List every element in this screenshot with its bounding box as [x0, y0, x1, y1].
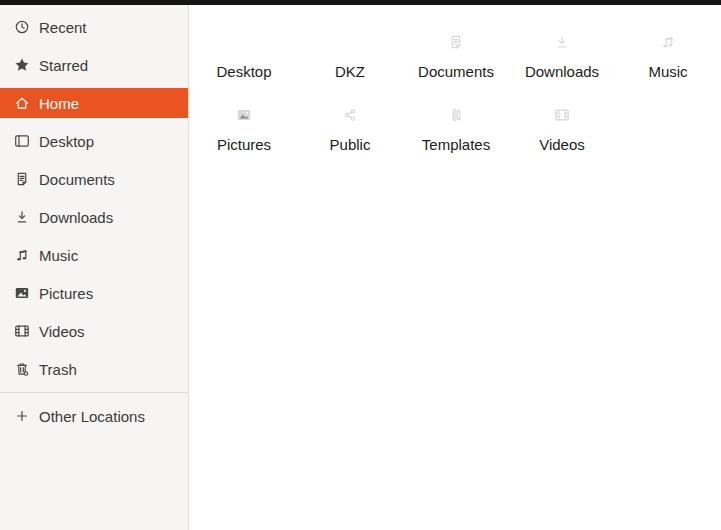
sidebar-item-label: Trash — [39, 361, 77, 378]
download-icon — [14, 209, 30, 225]
music-icon — [14, 247, 30, 263]
sidebar-item-label: Pictures — [39, 285, 93, 302]
video-emblem-icon — [556, 110, 568, 120]
folder-icon — [431, 15, 481, 61]
image-emblem-icon — [238, 110, 250, 120]
folder-icon — [643, 15, 693, 61]
file-label: Downloads — [525, 64, 599, 81]
sidebar-divider — [0, 392, 188, 393]
plus-icon — [14, 408, 30, 424]
desktop-thumbnail-icon — [219, 15, 269, 61]
file-label: Documents — [418, 64, 494, 81]
sidebar-item-label: Downloads — [39, 209, 113, 226]
sidebar-item-music[interactable]: Music — [0, 240, 188, 270]
folder-icon — [537, 88, 587, 134]
folder-icon — [325, 15, 375, 61]
sidebar-item-label: Other Locations — [39, 408, 145, 425]
desktop-icon — [14, 133, 30, 149]
sidebar-item-desktop[interactable]: Desktop — [0, 126, 188, 156]
download-emblem-icon — [558, 37, 565, 47]
file-downloads[interactable]: Downloads — [509, 15, 615, 88]
file-label: DKZ — [335, 64, 365, 81]
file-label: Music — [648, 64, 687, 81]
file-desktop[interactable]: Desktop — [191, 15, 297, 88]
sidebar-item-videos[interactable]: Videos — [0, 316, 188, 346]
file-music[interactable]: Music — [615, 15, 721, 88]
file-label: Public — [330, 137, 371, 154]
home-icon — [14, 95, 30, 111]
sidebar-item-trash[interactable]: Trash — [0, 354, 188, 384]
sidebar-item-other-locations[interactable]: Other Locations — [0, 401, 188, 431]
sidebar-item-starred[interactable]: Starred — [0, 50, 188, 80]
file-label: Desktop — [216, 64, 271, 81]
document-emblem-icon — [452, 36, 459, 47]
template-emblem-icon — [453, 110, 460, 121]
trash-icon — [14, 361, 30, 377]
sidebar-item-home[interactable]: Home — [0, 88, 188, 118]
sidebar-item-label: Videos — [39, 323, 85, 340]
file-label: Pictures — [217, 137, 271, 154]
folder-icon — [219, 88, 269, 134]
folder-icon — [325, 88, 375, 134]
image-icon — [14, 285, 30, 301]
file-videos[interactable]: Videos — [509, 88, 615, 161]
music-emblem-icon — [663, 38, 672, 47]
file-pictures[interactable]: Pictures — [191, 88, 297, 161]
folder-icon — [431, 88, 481, 134]
sidebar-item-label: Desktop — [39, 133, 94, 150]
video-icon — [14, 323, 30, 339]
sidebar-item-downloads[interactable]: Downloads — [0, 202, 188, 232]
folder-icon — [537, 15, 587, 61]
sidebar-item-pictures[interactable]: Pictures — [0, 278, 188, 308]
sidebar-list: Recent Starred Home Desktop Documents Do… — [0, 12, 188, 392]
document-icon — [14, 171, 30, 187]
sidebar-item-documents[interactable]: Documents — [0, 164, 188, 194]
file-dkz[interactable]: DKZ — [297, 15, 403, 88]
file-templates[interactable]: Templates — [403, 88, 509, 161]
clock-icon — [14, 19, 30, 35]
file-label: Templates — [422, 137, 490, 154]
sidebar-item-label: Starred — [39, 57, 88, 74]
sidebar-item-label: Documents — [39, 171, 115, 188]
sidebar-item-label: Music — [39, 247, 78, 264]
file-label: Videos — [539, 137, 585, 154]
star-icon — [14, 57, 30, 73]
file-documents[interactable]: Documents — [403, 15, 509, 88]
share-emblem-icon — [345, 110, 354, 120]
sidebar-item-recent[interactable]: Recent — [0, 12, 188, 42]
files-window: Recent Starred Home Desktop Documents Do… — [0, 0, 721, 530]
file-public[interactable]: Public — [297, 88, 403, 161]
file-grid: Desktop DKZ Documents Downloads Music Pi… — [189, 5, 721, 530]
sidebar-item-label: Home — [39, 95, 79, 112]
sidebar: Recent Starred Home Desktop Documents Do… — [0, 5, 189, 530]
sidebar-item-label: Recent — [39, 19, 87, 36]
window-body: Recent Starred Home Desktop Documents Do… — [0, 5, 721, 530]
